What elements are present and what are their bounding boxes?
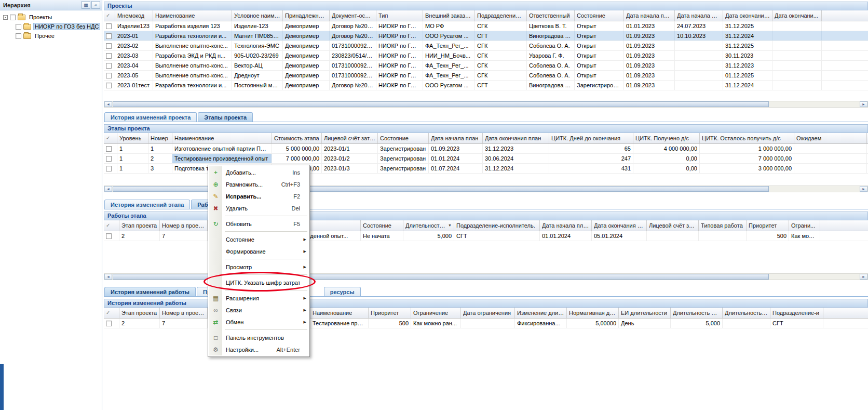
table-cell[interactable]: Виноградова А... <box>527 81 575 90</box>
table-cell[interactable]: 31.12.2025 <box>723 21 772 31</box>
table-row[interactable]: 2023-05Выполнение опытно-конс...Дредноут… <box>104 71 868 81</box>
table-row[interactable]: 12Тестирование произведенной опыт7 000 0… <box>104 154 868 164</box>
column-header[interactable]: Дата ограничения <box>461 308 515 318</box>
table-cell[interactable]: 5,000 <box>671 319 723 328</box>
table-cell[interactable]: Соболева О. А. <box>527 41 575 50</box>
row-checkbox[interactable] <box>106 33 112 39</box>
menu-item-2[interactable]: ✎Исправить...F2 <box>209 190 308 202</box>
column-header[interactable]: Подразделение-исполнитель. <box>454 220 540 231</box>
table-cell[interactable]: НИОКР по ГОЗ ... <box>376 61 423 70</box>
table-cell[interactable] <box>822 81 868 90</box>
table-cell[interactable]: ФА_Техн_Рег_... <box>423 41 475 50</box>
menu-item-14[interactable]: ▦Расширения▶ <box>209 292 308 304</box>
column-header[interactable]: Номер в проекте <box>160 308 208 318</box>
table-cell[interactable]: НИИ_НМ_Бочв... <box>423 51 475 60</box>
column-header[interactable]: Уровень <box>117 133 148 143</box>
table-cell[interactable]: 500 <box>369 319 411 328</box>
column-header[interactable]: Ответственный <box>527 10 575 21</box>
find-icon[interactable]: ▦ <box>82 1 90 9</box>
column-header[interactable]: Номер <box>148 133 172 143</box>
table-cell[interactable]: Открыт <box>575 61 624 70</box>
table-cell[interactable]: 01.12.2025 <box>723 71 772 80</box>
table-cell[interactable] <box>772 61 822 70</box>
column-header[interactable]: Мнемокод <box>115 10 153 21</box>
table-cell[interactable]: Зарегистрирован <box>378 164 429 173</box>
table-cell[interactable]: 7 <box>160 231 208 241</box>
table-cell[interactable] <box>104 154 117 163</box>
table-cell[interactable]: НИОКР по ГОЗ ... <box>376 71 423 80</box>
column-header[interactable]: Внешний заказчик <box>423 10 475 21</box>
table-cell[interactable] <box>823 319 868 328</box>
table-cell[interactable]: СГК <box>475 51 527 60</box>
table-cell[interactable]: Договор №202... <box>330 21 376 31</box>
table-cell[interactable]: Фиксированна... <box>515 319 567 328</box>
table-cell[interactable]: Зарегистрирован <box>378 154 429 163</box>
table-cell[interactable] <box>104 41 115 50</box>
table-cell[interactable]: Цветкова В. Т. <box>527 21 575 31</box>
table-cell[interactable]: НИОКР по ГОЗ ... <box>376 51 423 60</box>
table-cell[interactable]: Разработка ЭКД и РКД н... <box>153 51 232 60</box>
table-cell[interactable]: 01.09.2023 <box>624 71 675 80</box>
column-header[interactable]: Подразделение-и <box>770 308 823 318</box>
column-header[interactable] <box>820 220 868 231</box>
table-cell[interactable]: 01.09.2023 <box>624 81 675 90</box>
table-cell[interactable]: 2023-01/1 <box>322 144 378 153</box>
table-cell[interactable] <box>772 51 822 60</box>
tree-item-projects[interactable]: - Проекты <box>0 12 102 22</box>
column-header[interactable]: Длительность пла <box>671 308 723 318</box>
column-header[interactable]: Типовая работа <box>699 220 747 231</box>
table-cell[interactable]: 017310000922... <box>330 71 376 80</box>
column-header[interactable]: Состояние <box>378 133 429 143</box>
menu-item-7[interactable]: Состояние▶ <box>209 233 308 245</box>
row-checkbox[interactable] <box>106 83 112 88</box>
table-cell[interactable]: 01.01.2024 <box>429 154 483 163</box>
table-cell[interactable] <box>104 164 117 173</box>
table-cell[interactable]: 2023-02 <box>115 41 153 50</box>
table-cell[interactable]: 017310000922... <box>330 61 376 70</box>
table-cell[interactable] <box>675 81 723 90</box>
table-cell[interactable] <box>772 81 822 90</box>
table-cell[interactable]: 1 <box>117 154 148 163</box>
tab-row1-1[interactable]: Этапы проекта <box>198 112 253 122</box>
tree-checkbox[interactable] <box>16 33 21 39</box>
select-all-header[interactable]: ✓ <box>104 133 117 143</box>
table-cell[interactable]: 01.09.2023 <box>624 41 675 50</box>
table-cell[interactable]: 2023-01тест <box>115 81 153 90</box>
column-header[interactable]: Дата окончания п... <box>723 10 772 21</box>
table-cell[interactable] <box>104 144 117 153</box>
menu-item-12[interactable]: ЦИТК. Указать шифр затрат... <box>209 276 308 288</box>
column-header[interactable]: ЦИТК. Дней до окончания <box>549 133 633 143</box>
table-cell[interactable]: ФА_Техн_Рег_... <box>423 61 475 70</box>
table-cell[interactable]: 431 <box>549 164 633 173</box>
table-cell[interactable]: Зарегистрирован <box>575 81 624 90</box>
table-cell[interactable]: Выполнение опытно-конс... <box>153 61 232 70</box>
column-header[interactable]: Стоимость этапа <box>272 133 322 143</box>
menu-item-18[interactable]: □Панель инструментов <box>209 332 308 343</box>
tab-row1-0[interactable]: История изменений проекта <box>104 112 197 122</box>
table-cell[interactable]: 0,00 <box>633 154 700 163</box>
table-cell[interactable] <box>822 51 868 60</box>
table-cell[interactable]: 31.12.2023 <box>723 61 772 70</box>
table-cell[interactable]: Тестирование произведенной опыт <box>172 154 272 163</box>
table-cell[interactable]: МО РФ <box>423 21 475 31</box>
table-cell[interactable]: 30.06.2024 <box>483 154 549 163</box>
table-cell[interactable] <box>794 164 867 173</box>
table-cell[interactable]: 247 <box>549 154 633 163</box>
table-cell[interactable]: Разработка изделия 123 <box>153 21 232 31</box>
column-header[interactable]: Дата начала план <box>429 133 483 143</box>
column-header[interactable]: Состояние <box>361 220 403 231</box>
table-cell[interactable] <box>772 71 822 80</box>
table-cell[interactable]: Демопример <box>283 31 330 41</box>
tree-checkbox[interactable] <box>16 24 21 30</box>
column-header[interactable]: ЕИ длительности <box>619 308 671 318</box>
collapsed-panel-strip[interactable] <box>0 364 4 410</box>
table-cell[interactable]: 01.09.2023 <box>624 51 675 60</box>
table-row[interactable]: 2023-01тестРазработка технологии и...Пос… <box>104 81 868 90</box>
table-cell[interactable]: Выполнение опытно-конс... <box>153 41 232 50</box>
table-row[interactable]: 2023-04Выполнение опытно-конс...Вектор-А… <box>104 61 868 71</box>
table-cell[interactable]: 1 <box>117 164 148 173</box>
table-cell[interactable]: Изготовление опытной партии ПМ0... <box>172 144 272 153</box>
table-cell[interactable]: 1 <box>148 144 172 153</box>
table-cell[interactable] <box>675 61 723 70</box>
column-header[interactable]: Принадлежность <box>283 10 330 21</box>
